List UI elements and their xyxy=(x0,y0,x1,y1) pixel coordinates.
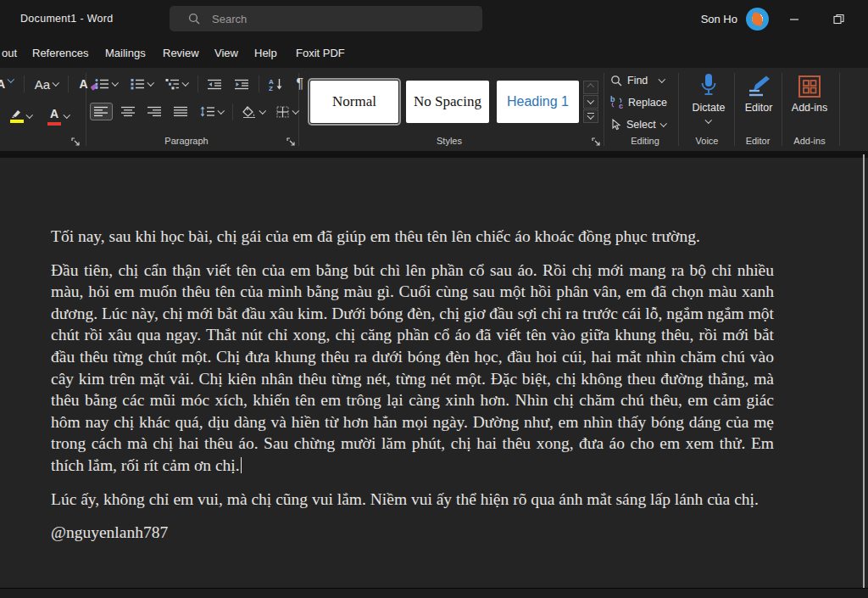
chevron-down-icon xyxy=(147,80,153,87)
group-separator xyxy=(678,73,679,146)
line-spacing-button[interactable] xyxy=(197,103,227,120)
styles-scroll-down-button[interactable] xyxy=(583,95,598,109)
document-text[interactable]: Tối nay, sau khi học bài, chị gái của em… xyxy=(51,226,774,556)
search-icon xyxy=(188,13,200,25)
word-window: Document1 - Word Search Son Ho out Refer… xyxy=(0,0,868,598)
ribbon: A Aa A ~ xyxy=(0,68,868,151)
justify-button[interactable] xyxy=(170,103,192,120)
style-no-spacing[interactable]: No Spacing xyxy=(406,81,489,123)
font-color-icon: A xyxy=(47,106,61,126)
borders-button[interactable] xyxy=(273,103,302,120)
group-separator xyxy=(782,73,782,146)
add-ins-button[interactable]: Add-ins xyxy=(785,75,834,114)
paragraph-2[interactable]: Đầu tiên, chị cẩn thận viết tên của em b… xyxy=(51,260,774,477)
align-left-icon xyxy=(94,106,108,117)
ribbon-tab-row: out References Mailings Review View Help… xyxy=(0,38,868,68)
restore-button[interactable] xyxy=(821,0,856,38)
find-icon xyxy=(610,75,622,87)
chevron-down-icon xyxy=(259,107,265,114)
styles-scroll-up-button[interactable] xyxy=(583,81,598,94)
decrease-indent-button[interactable] xyxy=(204,76,225,92)
styles-group-label: Styles xyxy=(373,136,526,146)
tab-help[interactable]: Help xyxy=(254,38,277,68)
highlighter-icon xyxy=(10,109,24,123)
account-avatar[interactable] xyxy=(746,8,769,31)
search-box[interactable]: Search xyxy=(170,6,482,31)
align-center-button[interactable] xyxy=(118,103,139,120)
status-bar xyxy=(0,588,868,598)
numbering-button[interactable] xyxy=(127,75,157,92)
editor-pencil-icon xyxy=(746,75,771,98)
multilevel-list-button[interactable] xyxy=(162,75,192,92)
svg-text:Z: Z xyxy=(269,85,273,91)
chevron-down-icon xyxy=(292,107,299,114)
style-normal[interactable]: Normal xyxy=(310,81,398,123)
chevron-down-icon xyxy=(660,120,667,127)
show-formatting-button[interactable]: ¶ xyxy=(293,75,308,93)
vertical-scrollbar[interactable] xyxy=(863,154,865,588)
chevron-down-icon xyxy=(705,116,712,123)
account-name[interactable]: Son Ho xyxy=(701,0,737,38)
dictate-button[interactable]: Dictate xyxy=(685,73,732,124)
tab-review[interactable]: Review xyxy=(163,38,199,68)
styles-more-button[interactable] xyxy=(583,109,598,123)
line-spacing-icon xyxy=(200,106,215,117)
editor-button[interactable]: Editor xyxy=(736,75,782,114)
tab-foxit-pdf[interactable]: Foxit PDF xyxy=(296,38,345,68)
cursor-arrow-icon xyxy=(610,119,621,131)
search-placeholder: Search xyxy=(212,13,247,25)
minimize-icon xyxy=(789,14,799,25)
change-case-button[interactable]: Aa xyxy=(31,75,62,93)
document-canvas[interactable]: Tối nay, sau khi học bài, chị gái của em… xyxy=(0,158,868,588)
tab-references[interactable]: References xyxy=(32,38,88,68)
replace-icon: b c xyxy=(610,97,623,109)
find-button[interactable]: Find xyxy=(610,75,665,87)
ribbon-document-divider xyxy=(0,151,868,158)
multilevel-list-icon xyxy=(165,78,180,90)
paragraph-1[interactable]: Tối nay, sau khi học bài, chị gái của em… xyxy=(51,226,774,248)
paragraph-dialog-launcher[interactable] xyxy=(285,136,297,148)
chevron-down-icon xyxy=(182,80,189,87)
minimize-button[interactable] xyxy=(776,0,812,38)
editing-group-label: Editing xyxy=(612,136,678,146)
title-bar: Document1 - Word Search Son Ho xyxy=(0,0,868,38)
styles-gallery-scroll xyxy=(583,81,598,123)
microphone-icon xyxy=(699,73,718,98)
text-highlight-button[interactable] xyxy=(7,106,36,126)
font-color-button[interactable]: A xyxy=(44,103,73,128)
add-ins-grid-icon xyxy=(798,75,821,98)
group-separator xyxy=(604,73,604,146)
bullets-button[interactable] xyxy=(92,75,121,92)
chevron-down-icon xyxy=(112,80,119,87)
chevron-down-icon xyxy=(8,75,14,82)
paint-bucket-icon xyxy=(242,106,257,118)
paragraph-4[interactable]: @nguyenlanh787 xyxy=(51,522,774,544)
styles-dialog-launcher[interactable] xyxy=(590,136,602,148)
shading-button[interactable] xyxy=(238,103,269,120)
text-cursor xyxy=(241,457,242,473)
chevron-down-icon xyxy=(64,111,70,118)
numbered-list-icon xyxy=(131,78,145,90)
align-left-button[interactable] xyxy=(90,103,113,120)
tab-layout-clipped[interactable]: out xyxy=(2,38,17,68)
bullet-list-icon xyxy=(95,78,109,90)
borders-icon xyxy=(276,106,290,118)
increase-indent-button[interactable] xyxy=(231,76,253,92)
tab-view[interactable]: View xyxy=(214,38,238,68)
replace-button[interactable]: b c Replace xyxy=(610,97,667,109)
shrink-font-button[interactable]: A xyxy=(0,75,17,92)
paragraph-3[interactable]: Lúc ấy, không chỉ em vui, mà chị cũng vu… xyxy=(51,489,774,511)
restore-icon xyxy=(833,14,844,25)
chevron-down-icon xyxy=(26,111,33,118)
voice-group-label: Voice xyxy=(680,136,734,146)
group-separator xyxy=(839,73,840,146)
chevron-down-icon xyxy=(659,76,665,83)
font-dialog-launcher[interactable] xyxy=(70,136,81,148)
editor-group-label: Editor xyxy=(734,136,782,146)
select-button[interactable]: Select xyxy=(610,119,665,131)
align-center-icon xyxy=(121,106,136,117)
tab-mailings[interactable]: Mailings xyxy=(105,38,146,68)
sort-button[interactable]: A Z xyxy=(265,75,287,93)
style-heading-1[interactable]: Heading 1 xyxy=(497,81,579,123)
align-right-button[interactable] xyxy=(144,103,165,120)
